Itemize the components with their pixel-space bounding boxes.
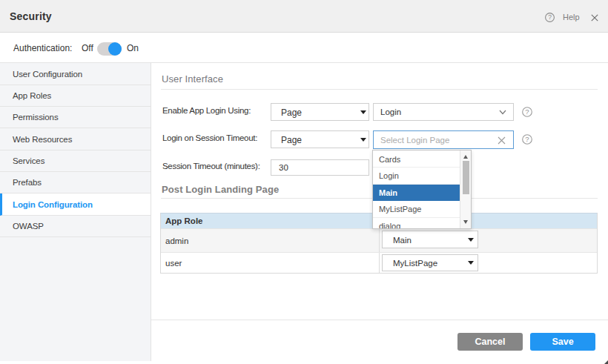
svg-text:?: ? [525,135,529,143]
svg-text:?: ? [525,107,529,116]
svg-text:?: ? [548,13,552,21]
